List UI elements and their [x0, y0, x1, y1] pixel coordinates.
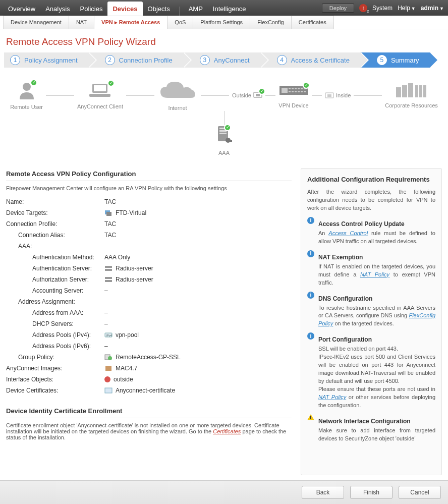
- req-access-control: i Access Control Policy Update An Access…: [307, 216, 435, 246]
- row-auth-server: Authentication Server:Radius-server: [6, 263, 292, 274]
- step-anyconnect[interactable]: 3AnyConnect: [184, 52, 261, 68]
- chevron-down-icon: ▼: [411, 6, 416, 11]
- tab-intelligence[interactable]: Intelligence: [208, 2, 251, 16]
- subtab-certificates[interactable]: Certificates: [291, 16, 334, 29]
- cancel-button[interactable]: Cancel: [399, 486, 441, 499]
- svg-rect-25: [415, 85, 418, 97]
- alerts-count: 2: [367, 9, 369, 14]
- row-connection-alias: Connection Alias:TAC: [6, 230, 292, 241]
- certificates-link[interactable]: Certificates: [213, 428, 241, 434]
- req-title: DNS Configuration: [318, 295, 435, 302]
- back-button[interactable]: Back: [302, 486, 344, 499]
- step-summary[interactable]: 5Summary: [361, 52, 430, 68]
- step-number: 1: [10, 55, 20, 65]
- node-label: AnyConnect Client: [77, 103, 123, 109]
- row-address-assignment: Address Assignment:: [6, 296, 292, 307]
- req-title: Network Interface Configuration: [318, 418, 435, 425]
- row-authz-server: Authorization Server:Radius-server: [6, 274, 292, 285]
- node-label: Corporate Resources: [385, 102, 438, 108]
- access-control-link[interactable]: Access Control: [328, 230, 368, 236]
- connector: [46, 95, 74, 96]
- step-number: 2: [105, 55, 115, 65]
- svg-rect-7: [282, 88, 288, 93]
- check-icon: [224, 124, 231, 131]
- group-policy-icon: [104, 354, 113, 361]
- row-aaa: AAA:: [6, 241, 292, 252]
- svg-point-0: [23, 83, 31, 91]
- chevron-down-icon: ▼: [439, 6, 444, 11]
- svg-rect-23: [402, 85, 407, 97]
- ip-pool-icon: IPv4: [104, 331, 113, 339]
- alerts-indicator-icon[interactable]: !2: [359, 4, 367, 12]
- step-access-certificate[interactable]: 4Access & Certificate: [261, 52, 361, 68]
- tab-amp[interactable]: AMP: [184, 2, 208, 16]
- row-acct-server: Accounting Server:–: [6, 285, 292, 296]
- nav-separator: [179, 7, 180, 16]
- server-icon: [104, 265, 113, 272]
- svg-rect-33: [227, 140, 232, 142]
- topology-diagram: Remote User AnyConnect Client Internet O…: [0, 75, 448, 168]
- step-label: Summary: [391, 57, 419, 64]
- step-number: 5: [377, 55, 387, 65]
- nav-user[interactable]: admin▼: [421, 5, 444, 12]
- config-description: Firepower Management Center will configu…: [6, 185, 292, 191]
- subtab-flexconfig[interactable]: FlexConfig: [250, 16, 292, 29]
- inside-label: Inside: [336, 92, 351, 98]
- step-connection-profile[interactable]: 2Connection Profile: [89, 52, 184, 68]
- info-icon: i: [307, 250, 314, 257]
- row-interface-objects: Interface Objects:outside: [6, 374, 292, 385]
- top-nav-right: Deploy !2 System Help▼ admin▼: [322, 4, 444, 13]
- nav-help[interactable]: Help▼: [398, 5, 416, 12]
- svg-rect-37: [105, 269, 112, 271]
- req-title: Port Configuration: [318, 336, 435, 343]
- subtab-device-management[interactable]: Device Management: [3, 16, 69, 29]
- row-address-from-aaa: Address from AAA:–: [6, 307, 292, 318]
- subtab-qos[interactable]: QoS: [167, 16, 193, 29]
- server-icon: [104, 276, 113, 283]
- tab-devices[interactable]: Devices: [107, 2, 142, 16]
- outside-label: Outside: [232, 92, 251, 98]
- svg-rect-36: [105, 266, 112, 268]
- info-icon: i: [307, 217, 314, 224]
- svg-rect-21: [327, 94, 331, 97]
- check-icon: [30, 79, 37, 86]
- subtab-nat[interactable]: NAT: [69, 16, 94, 29]
- node-vpn-device: VPN Device: [278, 83, 309, 108]
- info-icon: i: [307, 292, 314, 299]
- nic-icon: [325, 91, 334, 99]
- node-inside-interface: Inside: [325, 91, 351, 99]
- connector: [354, 95, 382, 96]
- step-policy-assignment[interactable]: 1Policy Assignment: [4, 52, 89, 68]
- nav-system[interactable]: System: [372, 5, 393, 12]
- device-icon: [104, 209, 113, 216]
- node-label: Remote User: [10, 104, 43, 110]
- svg-rect-2: [94, 85, 106, 91]
- finish-button[interactable]: Finish: [350, 486, 393, 499]
- wizard-footer: Back Finish Cancel: [0, 480, 448, 504]
- connector: [201, 95, 229, 96]
- svg-rect-44: [105, 366, 111, 371]
- nat-policy-link[interactable]: NAT Policy: [360, 271, 389, 277]
- tab-overview[interactable]: Overview: [3, 2, 40, 16]
- node-corporate-resources: Corporate Resources: [385, 82, 438, 108]
- svg-rect-45: [105, 388, 112, 393]
- node-outside-interface: Outside: [232, 91, 262, 100]
- subtab-vpn-remote-access[interactable]: VPN ▸ Remote Access: [94, 16, 167, 29]
- info-icon: i: [307, 332, 314, 340]
- tab-analysis[interactable]: Analysis: [40, 2, 75, 16]
- check-icon: [303, 82, 310, 89]
- additional-requirements-panel: Additional Configuration Requirements Af…: [301, 168, 442, 475]
- node-remote-user: Remote User: [10, 81, 43, 110]
- req-title: NAT Exemption: [318, 254, 435, 261]
- row-name: Name:TAC: [6, 196, 292, 207]
- svg-text:IPv4: IPv4: [106, 334, 113, 337]
- nat-policy-link-2[interactable]: NAT Policy: [318, 394, 346, 400]
- check-icon: [107, 80, 115, 87]
- tab-objects[interactable]: Objects: [143, 2, 175, 16]
- deploy-button[interactable]: Deploy: [322, 4, 354, 13]
- subtab-platform-settings[interactable]: Platform Settings: [193, 16, 250, 29]
- row-group-policy: Group Policy:RemoteAccess-GP-SSL: [6, 352, 292, 363]
- row-dhcp-servers: DHCP Servers:–: [6, 318, 292, 329]
- step-label: Policy Assignment: [24, 57, 78, 64]
- tab-policies[interactable]: Policies: [75, 2, 108, 16]
